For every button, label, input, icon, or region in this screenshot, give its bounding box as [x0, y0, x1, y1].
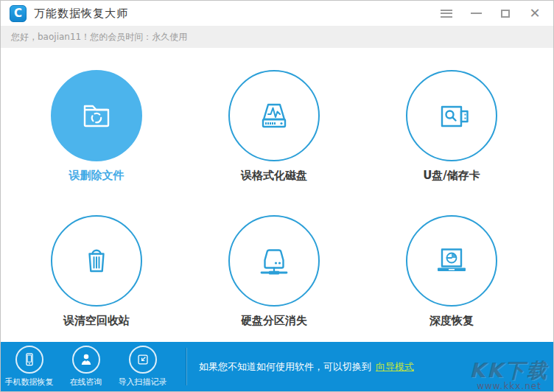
wizard-hint: 如果您不知道如何使用软件，可以切换到 向导模式 [186, 342, 414, 391]
feature-circle [51, 215, 142, 307]
feature-circle [51, 70, 142, 161]
wizard-mode-link[interactable]: 向导模式 [376, 360, 414, 374]
deep-recovery-icon [428, 237, 475, 284]
format-disk-icon [250, 92, 298, 139]
feature-circle [406, 215, 497, 307]
feature-deleted-files[interactable]: 误删除文件 [30, 70, 163, 199]
tool-buttons: 手机数据恢复 在线咨询 [1, 342, 171, 391]
app-logo-icon: C [10, 5, 27, 22]
partition-lost-icon [250, 237, 298, 284]
tool-label: 手机数据恢复 [5, 377, 54, 388]
title-bar: C 万能数据恢复大师 ✕ [1, 1, 553, 26]
feature-usb-storage[interactable]: U盘/储存卡 [385, 70, 518, 199]
person-icon [77, 350, 96, 369]
feature-circle [406, 70, 497, 161]
import-record-icon [133, 350, 152, 369]
feature-label: 误格式化磁盘 [241, 169, 307, 183]
feature-lost-partition[interactable]: 硬盘分区消失 [208, 215, 340, 344]
maximize-icon[interactable] [499, 7, 512, 20]
close-icon[interactable]: ✕ [528, 7, 541, 20]
feature-grid: 误删除文件 [1, 48, 553, 343]
feature-label: 深度恢复 [429, 314, 474, 328]
wizard-hint-text: 如果您不知道如何使用软件，可以切换到 [199, 360, 371, 374]
feature-label: 误删除文件 [69, 169, 125, 183]
minimize-icon[interactable] [469, 7, 483, 20]
tool-circle [15, 346, 43, 374]
member-status-bar: 您好，baojian11！您的会员时间：永久使用 [1, 26, 553, 48]
feature-recycle-bin[interactable]: 误清空回收站 [30, 215, 163, 344]
tool-phone-recovery[interactable]: 手机数据恢复 [1, 346, 57, 391]
feature-label: U盘/储存卡 [423, 169, 480, 183]
phone-icon [20, 350, 39, 369]
tool-import-scan-record[interactable]: 导入扫描记录 [114, 346, 171, 391]
tool-circle [129, 346, 157, 374]
feature-deep-recovery[interactable]: 深度恢复 [385, 215, 518, 344]
tool-circle [72, 346, 100, 374]
feature-label: 硬盘分区消失 [241, 314, 307, 328]
feature-circle [228, 215, 320, 307]
window-controls: ✕ [440, 7, 544, 20]
app-window: C 万能数据恢复大师 ✕ 您好，baojian11！您的会员时间：永久使用 [0, 0, 554, 392]
tool-label: 在线咨询 [70, 377, 102, 388]
feature-label: 误清空回收站 [63, 314, 130, 328]
menu-icon[interactable] [440, 7, 453, 20]
feature-circle [228, 70, 320, 161]
recycle-bin-icon [73, 237, 120, 284]
tool-label: 导入扫描记录 [119, 377, 167, 388]
tool-online-support[interactable]: 在线咨询 [57, 346, 114, 391]
member-greeting: 您好，baojian11！您的会员时间：永久使用 [11, 31, 187, 43]
bottom-toolbar: 手机数据恢复 在线咨询 [1, 342, 553, 391]
folder-recycle-icon [73, 92, 120, 139]
feature-formatted-disk[interactable]: 误格式化磁盘 [208, 70, 340, 199]
app-title: 万能数据恢复大师 [34, 7, 128, 21]
usb-storage-icon [428, 92, 475, 139]
